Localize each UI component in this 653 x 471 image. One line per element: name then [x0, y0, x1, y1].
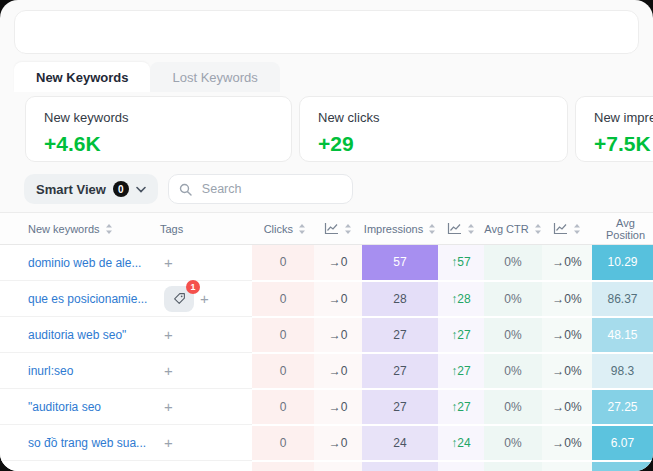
add-tag-button[interactable]: + [164, 255, 173, 270]
sort-icon[interactable] [298, 223, 306, 235]
impressions-trend-cell: ↑57 [438, 245, 484, 281]
tags-cell [152, 461, 252, 471]
column-header-clicks-trend [314, 213, 362, 245]
column-label: Avg CTR [484, 223, 528, 235]
ctr-cell: 0% [484, 245, 542, 281]
sort-icon[interactable] [105, 223, 113, 235]
clicks-cell: 0 [252, 245, 314, 281]
ctr-trend-cell: →0% [542, 245, 592, 281]
table-row: so đồ trang web sua... + 0 →0 24 ↑24 0% … [0, 425, 653, 461]
column-label: New keywords [28, 223, 100, 235]
stat-card-new-keywords: New keywords +4.6K [25, 96, 292, 162]
sort-icon[interactable] [573, 223, 581, 235]
top-filter-bar[interactable] [14, 10, 639, 54]
position-cell: 6.07 [592, 425, 653, 461]
ctr-cell: 0% [484, 389, 542, 425]
stat-label: New clicks [318, 110, 567, 125]
sort-icon[interactable] [467, 223, 475, 235]
column-label: Clicks [264, 223, 293, 235]
clicks-trend-cell: →0 [314, 389, 362, 425]
stat-value: +7.5K [594, 132, 653, 156]
table-row: inurl:seo + 0 →0 27 ↑27 0% →0% 98.3 [0, 353, 653, 389]
clicks-trend-cell [314, 461, 362, 471]
ctr-trend-cell: →0% [542, 281, 592, 317]
impressions-cell [362, 461, 438, 471]
add-tag-button[interactable]: + [164, 327, 173, 342]
impressions-cell: 27 [362, 353, 438, 389]
stat-label: New impress [594, 110, 653, 125]
keyword-cell: so đồ trang web sua... [0, 425, 152, 461]
add-tag-button[interactable]: + [164, 435, 173, 450]
tags-cell: + [152, 245, 252, 281]
smart-view-label: Smart View [36, 182, 106, 197]
ctr-trend-cell [542, 461, 592, 471]
clicks-cell [252, 461, 314, 471]
tags-cell: + [152, 425, 252, 461]
column-header-impressions: Impressions [362, 213, 438, 245]
line-chart-icon[interactable] [553, 222, 568, 235]
ctr-trend-cell: →0% [542, 389, 592, 425]
tab-bar: New Keywords Lost Keywords [14, 62, 653, 92]
stat-value: +4.6K [44, 132, 291, 156]
clicks-cell: 0 [252, 425, 314, 461]
impressions-cell: 24 [362, 425, 438, 461]
stat-value: +29 [318, 132, 567, 156]
column-label: Avg Position [598, 217, 653, 241]
search-input[interactable] [200, 181, 342, 197]
column-header-clicks: Clicks [252, 213, 314, 245]
clicks-trend-cell: →0 [314, 245, 362, 281]
clicks-trend-cell: →0 [314, 281, 362, 317]
clicks-trend-cell: →0 [314, 353, 362, 389]
stat-card-new-impressions: New impress +7.5K [575, 96, 653, 162]
table-row: dominio web de ale... + 0 →0 57 ↑57 0% →… [0, 245, 653, 281]
add-tag-button[interactable]: + [164, 363, 173, 378]
tags-cell: 1 + [152, 281, 252, 317]
tab-lost-keywords[interactable]: Lost Keywords [150, 62, 279, 92]
keyword-link[interactable]: inurl:seo [0, 364, 152, 378]
tags-cell: + [152, 317, 252, 353]
table-toolbar: Smart View 0 [24, 174, 653, 204]
table-row: "auditoria seo + 0 →0 27 ↑27 0% →0% 27.2… [0, 389, 653, 425]
keyword-cell: dominio web de ale... [0, 245, 152, 281]
impressions-cell: 57 [362, 245, 438, 281]
tab-new-keywords[interactable]: New Keywords [14, 62, 150, 92]
keyword-cell: "auditoria seo [0, 389, 152, 425]
tag-count-badge: 1 [186, 280, 200, 294]
table-body: dominio web de ale... + 0 →0 57 ↑57 0% →… [0, 245, 653, 471]
keyword-link[interactable]: so đồ trang web sua... [0, 436, 152, 450]
table-row [0, 461, 653, 471]
keyword-cell: inurl:seo [0, 353, 152, 389]
impressions-trend-cell [438, 461, 484, 471]
ctr-trend-cell: →0% [542, 425, 592, 461]
clicks-cell: 0 [252, 389, 314, 425]
clicks-trend-cell: →0 [314, 317, 362, 353]
sort-icon[interactable] [428, 223, 436, 235]
smart-view-dropdown[interactable]: Smart View 0 [24, 174, 158, 204]
ctr-trend-cell: →0% [542, 317, 592, 353]
keyword-link[interactable]: "auditoria seo [0, 400, 152, 414]
add-tag-button[interactable]: + [164, 399, 173, 414]
add-tag-button[interactable]: + [200, 291, 209, 306]
search-box [168, 174, 353, 204]
position-cell: 48.15 [592, 317, 653, 353]
smart-view-count-badge: 0 [113, 181, 129, 197]
stat-cards: New keywords +4.6K New clicks +29 New im… [25, 96, 653, 162]
tag-chip-button[interactable]: 1 [164, 286, 194, 312]
line-chart-icon[interactable] [447, 222, 462, 235]
keywords-table: New keywords Tags Clicks [0, 212, 653, 471]
keyword-cell: auditoria web seo" [0, 317, 152, 353]
keyword-link[interactable]: dominio web de ale... [0, 256, 152, 270]
clicks-cell: 0 [252, 317, 314, 353]
sort-icon[interactable] [534, 223, 542, 235]
line-chart-icon[interactable] [324, 222, 339, 235]
impressions-cell: 27 [362, 317, 438, 353]
sort-icon[interactable] [344, 223, 352, 235]
position-cell: 98.3 [592, 353, 653, 389]
keyword-link[interactable]: que es posicionamie... [0, 292, 152, 306]
tab-label: Lost Keywords [172, 70, 257, 85]
impressions-trend-cell: ↑24 [438, 425, 484, 461]
keyword-link[interactable]: auditoria web seo" [0, 328, 152, 342]
impressions-cell: 28 [362, 281, 438, 317]
impressions-trend-cell: ↑27 [438, 317, 484, 353]
clicks-trend-cell: →0 [314, 425, 362, 461]
